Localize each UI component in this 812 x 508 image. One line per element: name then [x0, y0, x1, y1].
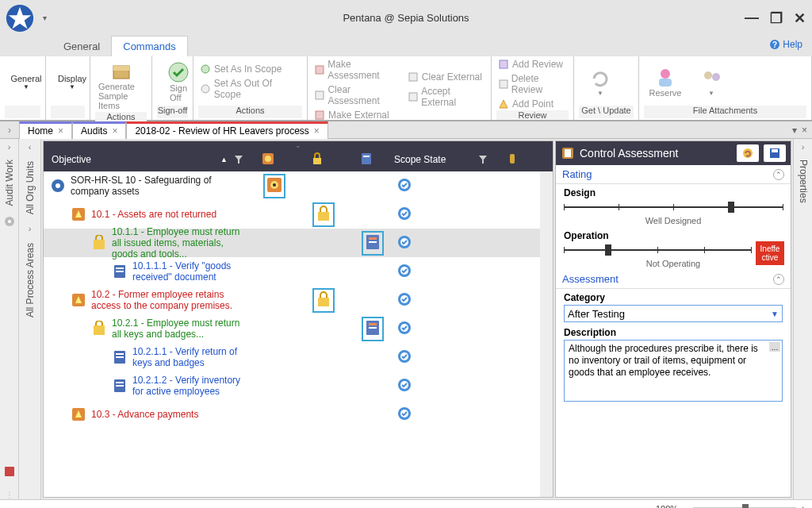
ribbon-tab-general[interactable]: General: [52, 37, 111, 56]
svg-rect-81: [565, 149, 571, 157]
section-assessment[interactable]: Assessment⌃: [556, 270, 791, 289]
qat-toggle-icon[interactable]: ▾: [43, 13, 47, 22]
tree-row[interactable]: 10.1 - Assets are not returned: [44, 200, 553, 229]
generate-sample-items-button[interactable]: Generate Sample Items: [95, 58, 147, 112]
filter-icon[interactable]: [478, 155, 488, 164]
tabs-menu-icon[interactable]: ▾: [792, 125, 797, 136]
delete-review-button[interactable]: Delete Review: [496, 72, 569, 96]
general-button[interactable]: General▼: [5, 72, 48, 92]
doc-tabs-expand[interactable]: ›: [0, 125, 19, 136]
add-review-button[interactable]: Add Review: [496, 58, 569, 71]
svg-rect-15: [500, 80, 508, 88]
help-link[interactable]: ? Help: [769, 39, 802, 50]
hazard-icon[interactable]: [261, 152, 275, 166]
maximize-icon[interactable]: ❐: [770, 10, 783, 27]
section-rating[interactable]: Rating⌃: [556, 165, 791, 184]
slider-design[interactable]: [564, 200, 783, 214]
gear-icon[interactable]: [3, 215, 16, 228]
svg-rect-5: [113, 66, 129, 71]
expand-text-icon[interactable]: …: [769, 342, 780, 352]
tree-row[interactable]: 10.2 - Former employee retains access to…: [44, 286, 553, 314]
attach-button[interactable]: ▼: [690, 66, 733, 98]
col-header-scope[interactable]: Scope State: [391, 154, 478, 165]
badge-ineffective: Ineffe ctive: [756, 241, 784, 265]
doc-tab-current[interactable]: 2018-02 - Review of HR Leavers process×: [126, 121, 327, 139]
tab-process-areas[interactable]: All Process Areas: [25, 237, 36, 324]
sidebar-audit-work[interactable]: Audit Work: [4, 155, 15, 210]
tree-row[interactable]: SOR-HR-SL 10 - Safeguarding of company a…: [44, 171, 553, 200]
svg-rect-73: [116, 385, 124, 387]
caption-design: Well Designed: [556, 216, 791, 225]
tree-row[interactable]: 10.1.1 - Employee must return all issued…: [44, 229, 553, 257]
svg-point-20: [712, 73, 720, 81]
reserve-button[interactable]: Reserve: [644, 64, 687, 99]
clear-assessment-button[interactable]: Clear Assessment: [312, 83, 403, 107]
tree-collapse-icon[interactable]: ‹: [29, 139, 32, 155]
tab-org-units[interactable]: All Org Units: [25, 155, 36, 221]
clipboard-icon[interactable]: [359, 152, 373, 166]
svg-rect-27: [313, 158, 321, 164]
make-external-button[interactable]: Make External: [312, 109, 403, 121]
doc-tab-home[interactable]: Home×: [19, 121, 72, 139]
collapse-icon[interactable]: ⌃: [773, 169, 784, 180]
collapse-icon[interactable]: ⌃: [773, 274, 784, 285]
get-update-button[interactable]: ▼: [579, 66, 622, 98]
filter-icon[interactable]: [234, 155, 243, 164]
close-tab-icon[interactable]: ×: [112, 125, 117, 137]
minimize-icon[interactable]: —: [745, 10, 759, 27]
col-header-objective[interactable]: Objective▲: [44, 154, 234, 165]
close-icon[interactable]: ✕: [794, 10, 806, 27]
tree-body[interactable]: SOR-HR-SL 10 - Safeguarding of company a…: [44, 171, 553, 497]
svg-rect-67: [116, 353, 124, 355]
sort-asc-icon[interactable]: ▲: [220, 156, 228, 164]
people-2-icon: [700, 67, 722, 90]
close-tab-icon[interactable]: ×: [314, 125, 320, 137]
book-icon[interactable]: [3, 465, 16, 478]
svg-point-26: [265, 156, 271, 162]
tree-row[interactable]: 10.3 - Advance payments: [44, 400, 553, 429]
clear-external-button[interactable]: Clear External: [406, 71, 486, 83]
sidebar-properties[interactable]: Properties: [798, 155, 809, 208]
svg-rect-51: [116, 267, 124, 269]
tree-row[interactable]: 10.2.1.1 - Verify return of keys and bad…: [44, 343, 553, 371]
vertical-scrollbar[interactable]: [540, 171, 553, 497]
pane-handle[interactable]: ⌄: [44, 141, 553, 148]
tabs-close-all-icon[interactable]: ×: [802, 125, 807, 136]
zoom-out-button[interactable]: −: [683, 504, 688, 509]
scope-state-icon: [397, 406, 412, 421]
panel-save-button[interactable]: [764, 144, 786, 162]
tree-row[interactable]: 10.2.1.2 - Verify inventory for active e…: [44, 371, 553, 400]
sidebar-handle-icon[interactable]: ⋮: [6, 491, 13, 499]
lock-icon[interactable]: [310, 152, 324, 166]
zoom-in-button[interactable]: +: [801, 504, 806, 509]
set-out-scope-button[interactable]: Set As Out Of Scope: [198, 77, 302, 101]
tree-side-tabs: ‹ All Org Units › All Process Areas: [19, 139, 41, 499]
tree-row[interactable]: 10.1.1.1 - Verify "goods received" docum…: [44, 257, 553, 286]
panel-title: Control Assessment: [580, 147, 679, 160]
close-tab-icon[interactable]: ×: [58, 125, 63, 137]
sidebar-expand-icon[interactable]: ›: [8, 139, 11, 155]
doc-tab-audits[interactable]: Audits×: [72, 121, 126, 139]
ribbon-tab-commands[interactable]: Commands: [111, 36, 187, 56]
add-review-icon: [498, 59, 509, 70]
combo-category[interactable]: After Testing▼: [564, 305, 783, 322]
make-assessment-button[interactable]: Make Assessment: [312, 58, 403, 82]
display-button[interactable]: Display▼: [51, 72, 94, 92]
tree-row[interactable]: 10.2.1 - Employee must return all keys a…: [44, 314, 553, 343]
ribbon-group-actions-2: Actions: [198, 106, 302, 118]
clear-assess-icon: [314, 90, 324, 101]
svg-rect-10: [316, 91, 324, 99]
add-point-button[interactable]: Add Point: [496, 98, 569, 110]
slider-operation[interactable]: [564, 243, 751, 257]
set-in-scope-button[interactable]: Set As In Scope: [198, 63, 302, 75]
textarea-description[interactable]: Although the procedures prescribe it, th…: [564, 340, 783, 402]
flag-icon[interactable]: [505, 152, 519, 166]
sidebar-expand-icon[interactable]: ›: [802, 139, 805, 155]
svg-rect-11: [316, 111, 324, 119]
svg-rect-23: [5, 467, 14, 476]
panel-revert-button[interactable]: [737, 144, 759, 162]
tree-expand-icon[interactable]: ›: [29, 221, 32, 237]
document-tabs: › Home× Audits× 2018-02 - Review of HR L…: [0, 121, 812, 139]
accept-external-button[interactable]: Accept External: [406, 85, 486, 109]
svg-marker-24: [235, 156, 243, 164]
